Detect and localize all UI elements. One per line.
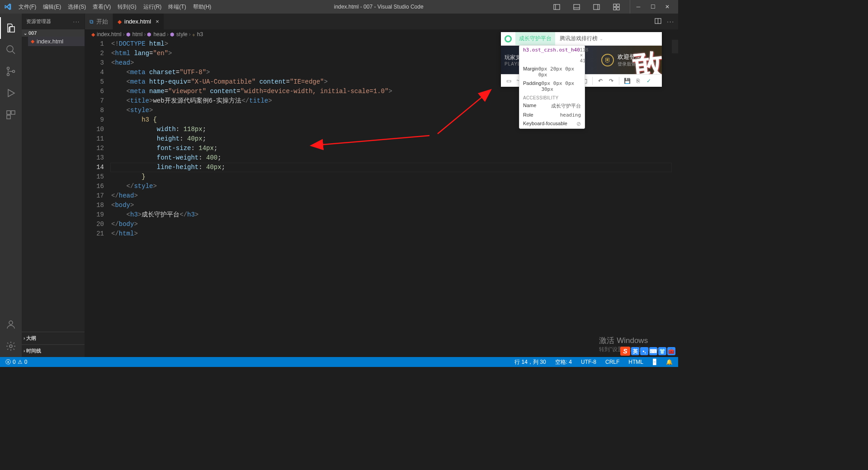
tooltip-margin-label: Margin	[523, 66, 538, 78]
html-file-icon: ◆	[31, 38, 34, 44]
run-debug-icon[interactable]	[0, 82, 22, 104]
site-tab-highlighted[interactable]: 成长守护平台	[515, 32, 555, 45]
breadcrumb-item[interactable]: index.html	[97, 31, 122, 38]
vscode-icon: ⧉	[90, 19, 94, 25]
status-bar: ⓧ0 ⚠0 行 14，列 30 空格: 4 UTF-8 CRLF HTML 🁢 …	[0, 357, 678, 367]
svg-point-14	[13, 70, 15, 73]
menu-terminal[interactable]: 终端(T)	[165, 1, 189, 13]
file-tree-item[interactable]: ◆ index.html	[28, 37, 85, 46]
ime-skin-icon[interactable]: 👕	[658, 347, 666, 355]
window-minimize-button[interactable]: ─	[631, 0, 646, 14]
ime-floating-toolbar[interactable]: S 英 •, ⌨ 👕 🧰	[620, 347, 675, 356]
window-close-button[interactable]: ✕	[660, 0, 675, 14]
breadcrumb-item[interactable]: style	[176, 31, 188, 38]
menu-go[interactable]: 转到(G)	[114, 1, 139, 13]
toggle-primary-sidebar-icon[interactable]	[549, 0, 564, 14]
sidebar-timeline-header[interactable]: › 时间线	[22, 344, 85, 357]
html-file-icon: ◆	[118, 19, 122, 25]
explorer-icon[interactable]	[0, 17, 22, 39]
menu-bar: 文件(F) 编辑(E) 选择(S) 查看(V) 转到(G) 运行(R) 终端(T…	[15, 1, 214, 13]
svg-rect-17	[7, 115, 10, 119]
code-editor[interactable]: 123 456 789 101112 131415 161718 192021 …	[85, 39, 678, 357]
tooltip-margin-value: 0px 20px 0px 0px	[538, 66, 581, 78]
status-feedback-icon[interactable]: 🁢	[651, 359, 659, 365]
menu-edit[interactable]: 编辑(E)	[40, 1, 64, 13]
html-file-icon: ◆	[91, 32, 95, 38]
tooltip-keyboard-focusable-value: ⊘	[576, 121, 581, 127]
window-maximize-button[interactable]: ☐	[646, 0, 660, 14]
more-actions-icon[interactable]: ···	[667, 18, 675, 25]
ime-sogou-icon[interactable]: S	[620, 347, 630, 356]
tab-index-html[interactable]: ◆ index.html ×	[113, 14, 164, 29]
svg-rect-0	[553, 4, 559, 9]
tab-welcome[interactable]: ⧉ 开始	[85, 14, 113, 29]
status-bell-icon[interactable]: 🔔	[664, 359, 675, 365]
menu-run[interactable]: 运行(R)	[140, 1, 165, 13]
menu-selection[interactable]: 选择(S)	[65, 1, 89, 13]
menu-file[interactable]: 文件(F)	[15, 1, 39, 13]
status-errors[interactable]: ⓧ0 ⚠0	[4, 358, 29, 366]
breadcrumb-item[interactable]: html	[132, 31, 143, 38]
sidebar-outline-header[interactable]: › 大纲	[22, 332, 85, 344]
tooltip-name-label: Name	[523, 103, 536, 109]
editor-tabs: ⧉ 开始 ◆ index.html × ···	[85, 14, 678, 29]
status-spaces[interactable]: 空格: 4	[553, 358, 574, 366]
status-language[interactable]: HTML	[627, 359, 645, 365]
status-ln-col[interactable]: 行 14，列 30	[513, 358, 547, 366]
accounts-icon[interactable]	[0, 314, 22, 335]
tooltip-role-value: heading	[560, 112, 581, 118]
tag-icon: ⬢	[126, 32, 131, 38]
toggle-secondary-sidebar-icon[interactable]	[589, 0, 604, 14]
svg-rect-16	[11, 111, 15, 114]
selector-icon: ⬨	[192, 32, 195, 37]
breadcrumb-item[interactable]: head	[153, 31, 165, 38]
sidebar-more-icon[interactable]: ···	[73, 19, 80, 24]
split-editor-icon[interactable]	[655, 18, 661, 26]
timeline-label: 时间线	[26, 348, 41, 354]
svg-point-10	[7, 46, 13, 52]
error-icon: ⓧ	[5, 358, 11, 366]
tab-label: 开始	[96, 18, 108, 26]
site-brand-icon	[501, 32, 515, 45]
tool-redo-icon[interactable]: ↷	[606, 76, 616, 86]
menu-help[interactable]: 帮助(H)	[190, 1, 215, 13]
sidebar-folder-header[interactable]: ⌄ 007	[22, 29, 85, 37]
svg-point-19	[9, 345, 12, 348]
search-icon[interactable]	[0, 39, 22, 61]
breadcrumb-item[interactable]: h3	[197, 31, 203, 38]
toggle-panel-icon[interactable]	[569, 0, 584, 14]
warning-icon: ⚠	[18, 359, 23, 365]
settings-gear-icon[interactable]	[0, 335, 22, 357]
menu-view[interactable]: 查看(V)	[90, 1, 114, 13]
shield-icon: ⛨	[601, 54, 614, 66]
ime-lang-button[interactable]: 英	[631, 347, 639, 355]
chevron-down-icon: ⌄	[24, 31, 27, 36]
source-control-icon[interactable]	[0, 61, 22, 82]
file-name: index.html	[37, 38, 63, 45]
code-content[interactable]: <!DOCTYPE html> <html lang="en"> <head> …	[110, 39, 678, 357]
tab-close-icon[interactable]: ×	[156, 18, 159, 25]
minimap[interactable]	[672, 40, 678, 357]
ime-punctuation-icon[interactable]: •,	[640, 347, 648, 355]
activity-bar	[0, 14, 22, 357]
tool-undo-icon[interactable]: ↶	[595, 76, 605, 86]
site-tab-other[interactable]: 腾讯游戏排行榜⌄	[555, 32, 608, 45]
ime-toolbox-icon[interactable]: 🧰	[667, 347, 675, 355]
svg-rect-2	[573, 4, 579, 9]
svg-line-11	[12, 51, 15, 54]
hero-login-title: 欢迎登录	[618, 53, 641, 60]
tool-rect-icon[interactable]: ▭	[504, 76, 514, 86]
tool-copy-icon[interactable]: ⎘	[633, 76, 643, 86]
ime-keyboard-icon[interactable]: ⌨	[649, 347, 657, 355]
status-encoding[interactable]: UTF-8	[579, 359, 598, 365]
hero-text-fragment: 玩家支	[505, 54, 521, 61]
tool-save-icon[interactable]: 💾	[622, 76, 632, 86]
chevron-right-icon: ›	[24, 348, 25, 353]
svg-point-12	[7, 67, 9, 70]
extensions-icon[interactable]	[0, 104, 22, 126]
status-eol[interactable]: CRLF	[604, 359, 621, 365]
svg-rect-7	[617, 4, 619, 6]
tool-confirm-icon[interactable]: ✓	[644, 76, 654, 86]
svg-rect-4	[593, 4, 599, 9]
customize-layout-icon[interactable]	[609, 0, 623, 14]
